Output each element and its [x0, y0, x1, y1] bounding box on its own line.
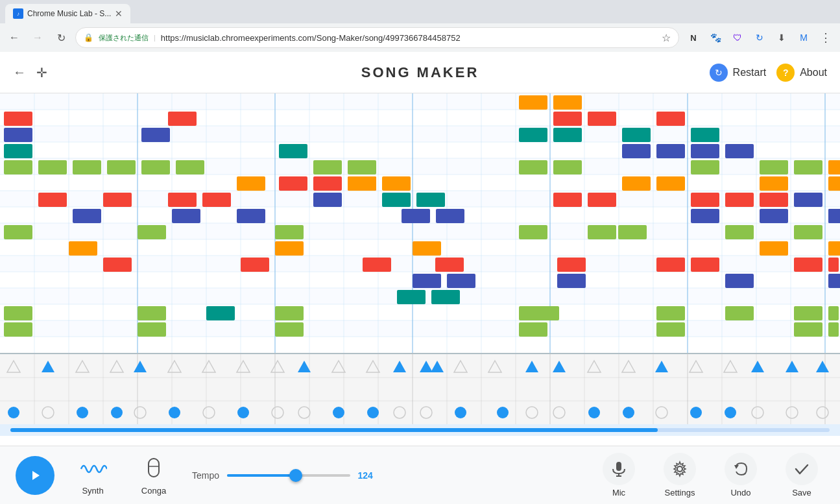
svg-rect-74: [313, 160, 342, 174]
conga-icon: [139, 455, 168, 483]
undo-label: Undo: [730, 488, 750, 498]
undo-icon: [732, 461, 749, 477]
svg-rect-147: [138, 306, 166, 320]
nav-icon-5[interactable]: ⬇: [773, 29, 791, 47]
progress-track[interactable]: [10, 428, 830, 432]
svg-rect-77: [348, 160, 376, 174]
tempo-slider-fill: [227, 474, 296, 477]
mic-button[interactable]: Mic: [596, 453, 642, 498]
nav-icon-6[interactable]: M: [795, 29, 813, 47]
svg-rect-159: [656, 322, 685, 337]
svg-rect-124: [725, 225, 754, 239]
svg-rect-138: [794, 258, 822, 272]
undo-button[interactable]: Undo: [718, 453, 763, 498]
synth-button[interactable]: Synth: [70, 455, 115, 496]
play-button[interactable]: [16, 456, 54, 495]
secure-label: 保護された通信: [99, 33, 149, 43]
save-icon: [793, 461, 810, 477]
back-to-home-button[interactable]: ←: [13, 65, 26, 80]
active-tab[interactable]: ♪ Chrome Music Lab - S... ✕: [5, 4, 130, 23]
svg-marker-244: [32, 471, 40, 480]
tempo-section: Tempo 124: [192, 470, 379, 481]
tempo-slider-thumb[interactable]: [289, 469, 302, 482]
settings-button[interactable]: Settings: [657, 453, 702, 498]
restart-button[interactable]: ↻ Restart: [710, 64, 767, 82]
svg-rect-81: [382, 176, 411, 191]
nav-icon-3[interactable]: 🛡: [728, 29, 747, 47]
drum-grid-svg[interactable]: [0, 354, 840, 424]
nav-icon-1[interactable]: N: [684, 29, 702, 47]
nav-icon-4[interactable]: ↻: [750, 29, 769, 47]
svg-rect-245: [149, 459, 159, 477]
address-bar[interactable]: 🔒 保護された通信 | https://musiclab.chromeexper…: [75, 27, 679, 48]
nav-icon-2[interactable]: 🐾: [706, 29, 725, 47]
svg-rect-141: [557, 274, 586, 288]
svg-rect-88: [553, 112, 582, 126]
svg-point-218: [8, 407, 19, 418]
progress-bar-container[interactable]: [0, 424, 840, 436]
forward-button[interactable]: →: [29, 29, 47, 47]
svg-rect-80: [348, 176, 376, 191]
nav-icons: N 🐾 🛡 ↻ ⬇ M ⋮: [684, 29, 835, 47]
svg-marker-251: [734, 465, 739, 469]
save-label: Save: [792, 488, 811, 498]
save-icon-container: [786, 453, 818, 485]
header-right: ↻ Restart ? About: [710, 64, 827, 82]
svg-rect-118: [4, 225, 32, 239]
svg-rect-160: [794, 322, 822, 337]
nav-icon-menu[interactable]: ⋮: [817, 29, 835, 47]
refresh-button[interactable]: ↻: [52, 29, 70, 47]
svg-rect-100: [553, 160, 582, 174]
svg-rect-105: [622, 176, 651, 191]
svg-rect-58: [4, 144, 32, 158]
svg-rect-123: [618, 225, 647, 239]
svg-rect-72: [176, 160, 204, 174]
save-button[interactable]: Save: [779, 453, 824, 498]
svg-point-225: [455, 407, 466, 418]
svg-rect-68: [73, 209, 101, 223]
conga-button[interactable]: Conga: [131, 455, 176, 496]
mic-icon: [610, 461, 627, 477]
svg-rect-94: [691, 128, 719, 142]
svg-rect-108: [828, 176, 840, 191]
svg-point-228: [623, 407, 634, 418]
melody-grid-svg[interactable]: [0, 93, 840, 353]
about-button[interactable]: ? About: [776, 64, 827, 82]
svg-rect-143: [828, 274, 840, 288]
grid-area[interactable]: [0, 93, 840, 446]
svg-rect-139: [413, 274, 441, 288]
lock-icon: 🔒: [84, 33, 93, 42]
svg-rect-157: [275, 322, 304, 337]
svg-rect-66: [168, 193, 197, 207]
back-button[interactable]: ←: [5, 29, 23, 47]
svg-rect-162: [828, 258, 839, 272]
svg-rect-59: [4, 160, 32, 174]
svg-rect-99: [519, 160, 547, 174]
svg-point-221: [169, 407, 180, 418]
tempo-slider[interactable]: [227, 474, 350, 477]
svg-point-224: [367, 407, 379, 418]
header-left: ← ✛: [13, 65, 47, 80]
svg-rect-87: [553, 95, 582, 110]
svg-rect-85: [436, 209, 464, 223]
svg-rect-89: [588, 112, 616, 126]
svg-rect-140: [447, 274, 475, 288]
star-icon[interactable]: ☆: [662, 32, 671, 44]
svg-rect-154: [794, 306, 822, 320]
svg-rect-148: [206, 306, 235, 320]
tab-close-button[interactable]: ✕: [115, 8, 123, 19]
svg-rect-76: [313, 176, 342, 191]
svg-rect-126: [69, 241, 97, 256]
svg-rect-115: [691, 209, 719, 223]
svg-rect-121: [519, 225, 547, 239]
svg-rect-107: [760, 176, 788, 191]
svg-rect-119: [138, 225, 166, 239]
move-button[interactable]: ✛: [36, 65, 47, 80]
settings-icon-container: [664, 453, 696, 485]
bottom-controls: Synth Conga Tempo 124: [0, 446, 840, 504]
svg-rect-102: [760, 160, 788, 174]
svg-rect-130: [828, 241, 840, 256]
svg-rect-103: [794, 160, 822, 174]
svg-rect-152: [656, 306, 685, 320]
synth-icon: [78, 455, 107, 483]
